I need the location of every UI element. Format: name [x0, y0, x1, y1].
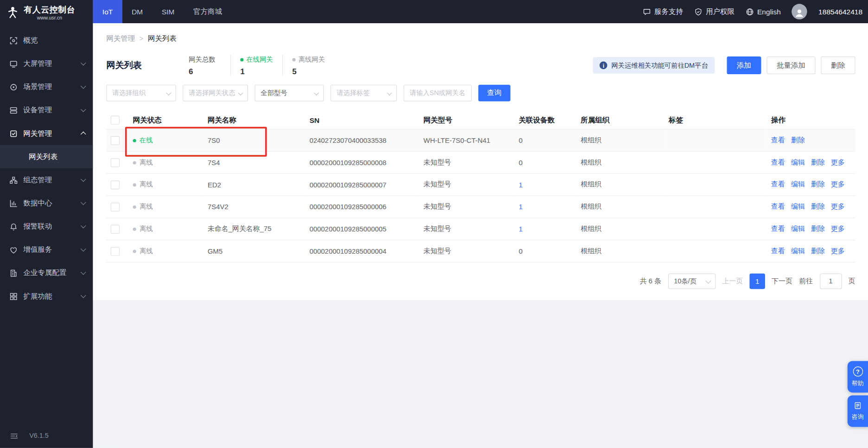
row-action-delete[interactable]: 删除 — [791, 136, 805, 144]
sidebar-item-enterprise-config[interactable]: 企业专属配置 — [0, 262, 93, 285]
model-select[interactable]: 全部型号 — [255, 85, 324, 102]
row-action-more[interactable]: 更多 — [831, 225, 845, 233]
row-checkbox[interactable] — [111, 202, 120, 211]
language-switcher[interactable]: English — [746, 7, 781, 16]
row-checkbox[interactable] — [111, 224, 120, 233]
add-button[interactable]: 添加 — [727, 57, 761, 74]
row-checkbox[interactable] — [111, 158, 120, 167]
sidebar-subitem-gateway-list[interactable]: 网关列表 — [0, 145, 93, 168]
topbar-right: 服务支持 用户权限 English 1885464241 — [643, 4, 868, 19]
sidebar-item-configuration-management[interactable]: 组态管理 — [0, 168, 93, 192]
chevron-down-icon — [313, 90, 319, 95]
next-page-button[interactable]: 下一页 — [772, 276, 792, 286]
search-button[interactable]: 查询 — [479, 85, 511, 102]
sidebar-item-screen-management[interactable]: 大屏管理 — [0, 52, 93, 75]
top-tab-iot[interactable]: IoT — [93, 0, 122, 23]
avatar[interactable] — [792, 4, 807, 19]
gateway-status: 离线 — [133, 202, 153, 211]
delete-button[interactable]: 删除 — [821, 57, 855, 74]
account-number[interactable]: 18854642418 — [818, 7, 862, 16]
tag-select[interactable]: 请选择标签 — [331, 85, 397, 102]
batch-add-button[interactable]: 批量添加 — [767, 57, 816, 74]
gateway-stats: 网关总数6在线网关1离线网关5 — [179, 55, 334, 76]
row-action-view[interactable]: 查看 — [771, 225, 785, 233]
goto-label: 前往 — [799, 276, 813, 286]
service-support-link[interactable]: 服务支持 — [643, 6, 683, 16]
user-permissions-label: 用户权限 — [706, 6, 734, 16]
row-action-view[interactable]: 查看 — [771, 180, 785, 188]
row-action-delete[interactable]: 删除 — [811, 247, 825, 255]
sidebar-item-label: 扩展功能 — [23, 291, 76, 301]
linked-devices-count[interactable]: 1 — [519, 203, 523, 211]
sidebar-item-label: 场景管理 — [23, 82, 76, 92]
stat-label: 离线网关 — [292, 55, 325, 64]
sidebar-item-scene-management[interactable]: 场景管理 — [0, 75, 93, 98]
gateway-tag — [664, 152, 767, 174]
language-label: English — [757, 7, 781, 16]
organization-select[interactable]: 请选择组织 — [106, 85, 176, 102]
stat-value: 5 — [292, 67, 325, 76]
screen-icon — [9, 59, 18, 68]
sidebar-item-extended-functions[interactable]: 扩展功能 — [0, 285, 93, 308]
chevron-up-icon — [81, 132, 86, 137]
column-header: SN — [305, 111, 419, 129]
user-permissions-link[interactable]: 用户权限 — [694, 6, 734, 16]
stat-offline-gateways: 离线网关5 — [282, 55, 334, 76]
sidebar-item-data-center[interactable]: 数据中心 — [0, 192, 93, 215]
top-tab-label: IoT — [102, 7, 113, 16]
page-number-button[interactable]: 1 — [750, 274, 765, 289]
row-action-view[interactable]: 查看 — [771, 136, 785, 144]
gateway-model: 未知型号 — [419, 173, 514, 196]
row-action-delete[interactable]: 删除 — [811, 180, 825, 188]
consult-button[interactable]: 咨询 — [848, 395, 868, 427]
row-checkbox[interactable] — [111, 247, 120, 256]
row-action-more[interactable]: 更多 — [831, 180, 845, 188]
gateway-tag — [664, 218, 767, 240]
breadcrumb-parent[interactable]: 网关管理 — [106, 34, 135, 44]
sidebar-item-alarm-linkage[interactable]: 报警联动 — [0, 215, 93, 238]
page-size-select[interactable]: 10条/页 — [668, 274, 715, 289]
prev-page-button[interactable]: 上一页 — [722, 276, 743, 286]
row-action-view[interactable]: 查看 — [771, 203, 785, 211]
sidebar-item-device-management[interactable]: 设备管理 — [0, 99, 93, 122]
sidebar-item-gateway-management[interactable]: 网关管理 — [0, 122, 93, 145]
stat-online-gateways: 在线网关1 — [230, 55, 282, 76]
row-action-more[interactable]: 更多 — [831, 247, 845, 255]
page-size-value: 10条/页 — [674, 276, 706, 286]
top-tab-sim[interactable]: SIM — [152, 0, 184, 23]
row-action-delete[interactable]: 删除 — [811, 203, 825, 211]
sidebar-item-value-added-services[interactable]: 增值服务 — [0, 238, 93, 261]
chevron-down-icon — [81, 246, 86, 252]
row-checkbox[interactable] — [111, 180, 120, 189]
sidebar-item-overview[interactable]: 概览 — [0, 29, 93, 52]
row-action-delete[interactable]: 删除 — [811, 225, 825, 233]
row-action-edit[interactable]: 编辑 — [791, 225, 805, 233]
row-actions: 查看编辑删除更多 — [767, 218, 855, 240]
goto-page-input[interactable] — [820, 274, 842, 289]
status-dot-icon — [133, 139, 136, 142]
row-action-more[interactable]: 更多 — [831, 158, 845, 166]
row-action-edit[interactable]: 编辑 — [791, 203, 805, 211]
sidebar-item-label: 企业专属配置 — [23, 268, 76, 278]
linked-devices-count[interactable]: 1 — [519, 225, 523, 233]
help-button[interactable]: ? 帮助 — [848, 361, 868, 392]
collapse-sidebar-icon[interactable] — [10, 432, 18, 440]
top-tab-dm[interactable]: DM — [122, 0, 153, 23]
brand-logo: 有人云控制台 www.usr.cn — [0, 0, 93, 26]
row-action-view[interactable]: 查看 — [771, 158, 785, 166]
breadcrumb: 网关管理 > 网关列表 — [106, 23, 855, 51]
row-action-delete[interactable]: 删除 — [811, 158, 825, 166]
top-tab-mall[interactable]: 官方商城 — [184, 0, 232, 23]
linked-devices-count[interactable]: 1 — [519, 181, 523, 189]
row-action-edit[interactable]: 编辑 — [791, 247, 805, 255]
row-actions: 查看删除 — [767, 129, 855, 152]
sn-search-input[interactable] — [403, 85, 472, 102]
select-all-checkbox[interactable] — [111, 116, 120, 125]
brand-title: 有人云控制台 — [24, 5, 75, 14]
row-action-edit[interactable]: 编辑 — [791, 158, 805, 166]
row-action-edit[interactable]: 编辑 — [791, 180, 805, 188]
row-action-more[interactable]: 更多 — [831, 203, 845, 211]
gateway-status-select[interactable]: 请选择网关状态 — [183, 85, 248, 102]
row-action-view[interactable]: 查看 — [771, 247, 785, 255]
row-checkbox[interactable] — [111, 136, 120, 145]
